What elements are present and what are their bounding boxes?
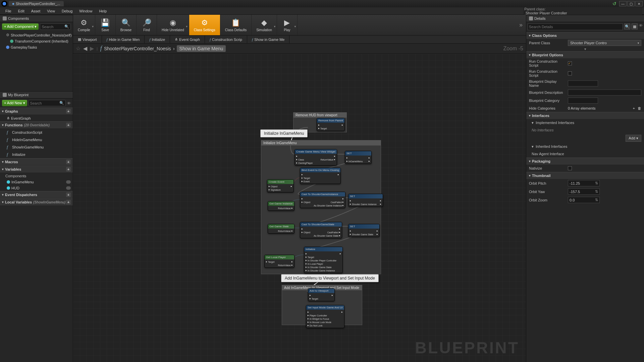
- breadcrumb-root[interactable]: ShooterPlayerController_Noesis: [104, 46, 171, 51]
- graph-node[interactable]: Add to ViewportTarget: [308, 288, 335, 301]
- parent-class-link[interactable]: Shooter Player Controller: [526, 11, 642, 15]
- section-bpoptions[interactable]: Blueprint Options: [526, 51, 644, 58]
- var-ingamemenu[interactable]: InGameMenu: [0, 179, 73, 185]
- variables-sub[interactable]: Components: [0, 173, 73, 179]
- minimize-button[interactable]: —: [619, 1, 627, 6]
- graph-node[interactable]: Set Input Mode Game And UIPlayer Control…: [306, 305, 344, 328]
- graph-node[interactable]: SETInGameMenu: [345, 151, 372, 164]
- fn-init[interactable]: fInitialize: [0, 151, 73, 158]
- tree-root[interactable]: ⚙ShooterPlayerController_Noesis(self): [0, 32, 73, 38]
- tree-transform[interactable]: TransformComponent (Inherited): [0, 38, 73, 44]
- tab-initialize[interactable]: fInitialize: [145, 36, 170, 43]
- add-component-button[interactable]: + Add Component ▾: [2, 23, 39, 30]
- vis-toggle[interactable]: [66, 186, 71, 190]
- eye-icon[interactable]: 👁: [639, 23, 643, 30]
- section-thumbnail[interactable]: Thumbnail: [526, 172, 644, 179]
- node-header[interactable]: Get Game State: [268, 224, 294, 229]
- node-header[interactable]: Add to Viewport: [308, 289, 334, 293]
- matrix-icon[interactable]: ▦: [632, 23, 638, 29]
- menu-view[interactable]: View: [44, 8, 58, 14]
- display-name-field[interactable]: [568, 80, 598, 86]
- graph-node[interactable]: Remove from ParentTarget: [317, 118, 345, 131]
- tab-hide-in-game-men[interactable]: fHide in Game Men: [102, 36, 145, 43]
- menu-debug[interactable]: Debug: [58, 8, 76, 14]
- node-header[interactable]: Get Game Instance: [268, 201, 294, 206]
- variables-header[interactable]: Variables+: [0, 166, 73, 173]
- description-field[interactable]: [568, 89, 641, 96]
- graph-node[interactable]: Get Game InstanceReturnValue: [268, 201, 294, 211]
- graph-node[interactable]: Cast To ShooterGameStateObjectCastFailed…: [300, 222, 342, 238]
- tab-show-in-game-me[interactable]: fShow in Game Me: [247, 36, 290, 43]
- parent-class-combo[interactable]: Shooter Player Contro: [568, 40, 641, 46]
- node-header[interactable]: SET: [348, 194, 383, 198]
- orbit-pitch-field[interactable]: -11.25: [568, 180, 600, 186]
- menu-window[interactable]: Window: [76, 8, 96, 14]
- toolbar-play-button[interactable]: ▶Play▼: [277, 15, 298, 35]
- comment-header[interactable]: Initialize InGameMenu: [261, 140, 381, 145]
- add-function-button[interactable]: +: [66, 123, 71, 127]
- graph-canvas[interactable]: BLUEPRINT Remove HUD from viewportInitia…: [73, 54, 526, 362]
- category-field[interactable]: [568, 98, 598, 104]
- myblueprint-search[interactable]: 🔍: [29, 100, 66, 106]
- graph-node[interactable]: Get Game StateReturnValue: [268, 224, 294, 234]
- graph-node[interactable]: Cast To ShooterGameInstanceObjectCastFai…: [300, 192, 345, 208]
- array-clear-icon[interactable]: 🗑: [638, 106, 641, 110]
- graph-node[interactable]: Get Local PlayerTargetReturnValue: [264, 255, 294, 268]
- graph-node[interactable]: Bind Event to On Menu ClosingTargetEvent: [300, 168, 341, 184]
- add-interface-button[interactable]: Add ▾: [626, 135, 641, 142]
- add-new-button[interactable]: + Add New ▾: [2, 100, 27, 106]
- node-header[interactable]: Initialize: [304, 247, 342, 251]
- maximize-button[interactable]: ▢: [627, 1, 635, 6]
- toolbar-compile-button[interactable]: ⚙Compile▼: [73, 15, 95, 35]
- tab-construction-scrip[interactable]: fConstruction Scrip: [205, 36, 247, 43]
- add-graph-button[interactable]: +: [66, 109, 71, 114]
- menu-asset[interactable]: Asset: [28, 8, 44, 14]
- vis-toggle[interactable]: [66, 180, 71, 184]
- functions-header[interactable]: Functions(20 Overridable)+: [0, 121, 73, 129]
- fn-construction[interactable]: fConstructionScript: [0, 129, 73, 136]
- node-header[interactable]: Create Event: [267, 180, 293, 184]
- toolbar-hide-unrelated-button[interactable]: ◉Hide Unrelated▼: [157, 15, 189, 35]
- graph-node[interactable]: Create EventObjectSignature: [267, 179, 294, 192]
- menu-file[interactable]: File: [2, 8, 15, 14]
- add-dispatcher-button[interactable]: +: [66, 192, 71, 197]
- toolbar-class-settings-button[interactable]: ⚙Class Settings: [189, 15, 220, 35]
- tab-viewport[interactable]: ▦Viewport: [73, 36, 102, 43]
- graph-node[interactable]: SETShooter Game State: [348, 224, 380, 237]
- close-button[interactable]: ✕: [635, 1, 643, 6]
- fn-show[interactable]: fShowInGameMenu: [0, 143, 73, 151]
- orbit-zoom-field[interactable]: 0.0: [568, 197, 600, 203]
- menu-edit[interactable]: Edit: [15, 8, 28, 14]
- title-tab[interactable]: ShooterPlayerController_...: [9, 1, 64, 6]
- graphs-header[interactable]: Graphs+: [0, 108, 73, 115]
- add-variable-button[interactable]: +: [66, 167, 71, 172]
- nav-fwd-icon[interactable]: ▶: [90, 45, 94, 52]
- source-control-icon[interactable]: ↺: [612, 1, 616, 6]
- node-header[interactable]: Get Local Player: [265, 255, 294, 259]
- node-header[interactable]: Set Input Mode Game And UI: [306, 305, 344, 310]
- dispatchers-header[interactable]: Event Dispatchers+: [0, 191, 73, 198]
- graph-node[interactable]: Create Game Menu View WidgetClassOwningP…: [294, 149, 337, 166]
- toolbar-browse-button[interactable]: 🔍Browse: [116, 15, 137, 35]
- add-local-button[interactable]: +: [66, 200, 71, 204]
- tree-gameplay[interactable]: GameplayTasks: [0, 44, 73, 50]
- var-hud[interactable]: HUD: [0, 185, 73, 191]
- favorite-icon[interactable]: ☆: [76, 45, 80, 52]
- orbit-yaw-field[interactable]: -157.5: [568, 188, 600, 195]
- menu-help[interactable]: Help: [96, 8, 110, 14]
- graph-eventgraph[interactable]: ⋔EventGraph: [0, 115, 73, 121]
- node-header[interactable]: Create Game Menu View Widget: [295, 149, 337, 154]
- node-header[interactable]: Cast To ShooterGameInstance: [300, 192, 345, 196]
- comment-header[interactable]: Remove HUD from viewport: [293, 113, 346, 118]
- tab-event-graph[interactable]: ⋔Event Graph: [170, 36, 205, 43]
- details-search[interactable]: [528, 23, 623, 30]
- overflow-icon[interactable]: »: [516, 15, 526, 35]
- node-header[interactable]: Remove from Parent: [317, 118, 344, 123]
- nav-back-icon[interactable]: ◀: [83, 45, 87, 52]
- nativize-checkbox[interactable]: [568, 166, 572, 170]
- run-cs-checkbox-2[interactable]: [568, 71, 572, 75]
- eye-icon[interactable]: 👁: [67, 101, 71, 105]
- breadcrumb-leaf[interactable]: Show in Game Menu: [177, 45, 226, 52]
- toolbar-simulation-button[interactable]: ◆Simulation▼: [252, 15, 277, 35]
- graph-node[interactable]: SETShooter Game Instance: [348, 194, 383, 207]
